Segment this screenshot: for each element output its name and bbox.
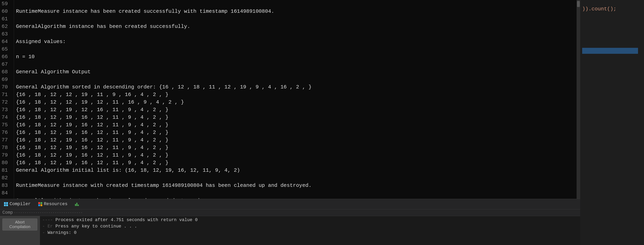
line-number: 74 [2,114,12,121]
output-line [16,15,574,23]
line-number: 71 [2,91,12,98]
line-number: 84 [2,189,12,197]
output-line [16,76,574,83]
line-number: 64 [2,38,12,45]
chart-icon [74,202,80,207]
line-number: 82 [2,174,12,182]
comp-warnings: Warnings: 0 [48,230,76,235]
output-line: General Algorithm initial list is: (16, … [16,167,574,174]
compilation-panel: Comp -------------------------------- Ab… [0,209,580,245]
resources-button[interactable]: Resources [36,201,69,207]
line-number: 70 [2,83,12,91]
output-line: {16 , 18 , 12 , 19 , 16 , 12 , 11 , 9 , … [16,114,574,121]
resources-icon [38,202,43,207]
line-number: 81 [2,167,12,174]
output-line [16,30,574,38]
line-number: 79 [2,151,12,159]
output-line [16,0,574,7]
output-line: {16 , 18 , 12 , 19 , 16 , 12 , 11 , 9 , … [16,129,574,136]
line-number: 83 [2,182,12,189]
compilation-header: Comp -------------------------------- [0,209,580,216]
output-line: GeneralAlgorithm instance has been clean… [16,197,574,199]
compiler-button[interactable]: Compiler [2,201,32,207]
scrollbar-thumb[interactable] [577,1,580,7]
output-line [16,189,574,197]
right-code-line: )).count(); [582,6,642,12]
output-line: Assigned values: [16,38,574,45]
terminal-panel: 5960616263646566676869707172737475767778… [0,0,580,245]
output-line: {16 , 18 , 12 , 12 , 19 , 12 , 11 , 16 ,… [16,98,574,106]
line-number: 73 [2,106,12,114]
line-number: 69 [2,76,12,83]
output-line: {16 , 18 , 12 , 19 , 16 , 12 , 11 , 9 , … [16,121,574,129]
compiler-icon [4,202,8,207]
output-line: {16 , 18 , 12 , 19 , 16 , 12 , 11 , 9 , … [16,151,574,159]
compilation-separator: -------------------------------- [14,211,83,215]
output-line: General Algorithm sorted in descending o… [16,83,574,91]
comp-line-1: ---- Process exited after 4.751 seconds … [42,217,578,223]
output-text: RuntimeMeasure instance has been created… [14,0,576,199]
line-number: 72 [2,98,12,106]
compilation-header-text: Comp [2,210,13,215]
line-number: 61 [2,15,12,23]
output-line: RuntimeMeasure instance with created tim… [16,182,574,189]
chart-button[interactable] [73,201,81,207]
output-line: General Algorithm Output [16,68,574,76]
line-number: 62 [2,23,12,30]
bottom-bar: Compiler Resources [0,199,580,209]
line-numbers: 5960616263646566676869707172737475767778… [0,0,14,199]
line-number: 76 [2,129,12,136]
abort-compilation-button[interactable]: Abort Compilation [2,219,37,231]
line-number [2,197,12,199]
output-line: RuntimeMeasure instance has been created… [16,7,574,15]
line-number: 67 [2,60,12,68]
line-number: 68 [2,68,12,76]
comp-press-any-key: Press any key to continue . . . [56,224,137,229]
line-number: 65 [2,45,12,53]
right-highlight-bar [582,48,638,54]
scrollbar[interactable] [576,0,580,199]
line-number: 66 [2,53,12,60]
output-line [16,45,574,53]
line-number: 59 [2,0,12,7]
main-area: 5960616263646566676869707172737475767778… [0,0,644,245]
line-number: 75 [2,121,12,129]
right-panel: )).count(); [580,0,644,245]
line-number: 78 [2,144,12,151]
right-code-text: )).count(); [582,6,616,12]
output-line: {16 , 18 , 12 , 19 , 16 , 12 , 11 , 9 , … [16,159,574,167]
output-line: {16 , 18 , 12 , 19 , 12 , 16 , 11 , 9 , … [16,106,574,114]
comp-line-3: - Warnings: 0 [42,230,578,236]
compiler-label: Compiler [10,202,31,207]
output-line: GeneralAlgorithm instance has been creat… [16,23,574,30]
output-line: {16 , 18 , 12 , 19 , 16 , 12 , 11 , 9 , … [16,136,574,144]
output-line: {16 , 18 , 12 , 19 , 16 , 12 , 11 , 9 , … [16,144,574,151]
resources-label: Resources [44,202,68,207]
comp-process-exit: Process exited after 4.751 seconds with … [56,218,198,223]
line-number: 77 [2,136,12,144]
line-number: 60 [2,7,12,15]
output-line: {16 , 18 , 12 , 12 , 19 , 11 , 9 , 16 , … [16,91,574,98]
abort-area: Abort Compilation [0,216,40,245]
line-number: 63 [2,30,12,38]
right-code-area: )).count(); [580,0,644,245]
compilation-body: Abort Compilation ---- Process exited af… [0,216,580,245]
comp-line-2: - Er Press any key to continue . . . [42,223,578,230]
line-number: 80 [2,159,12,167]
output-line: n = 10 [16,53,574,60]
terminal-content: 5960616263646566676869707172737475767778… [0,0,580,199]
compilation-output: ---- Process exited after 4.751 seconds … [40,216,580,245]
output-line [16,174,574,182]
output-line [16,60,574,68]
